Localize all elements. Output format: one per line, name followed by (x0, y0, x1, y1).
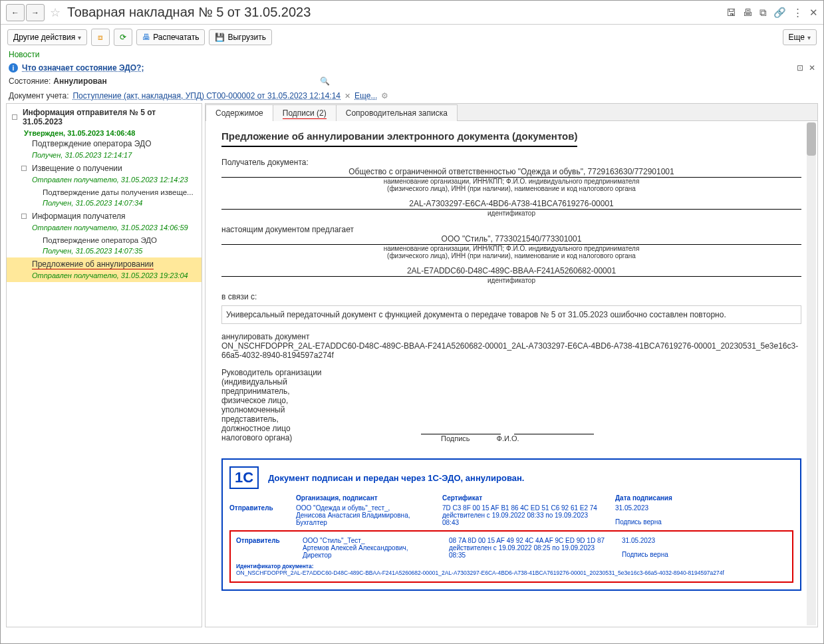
close-panel-icon[interactable]: ✕ (809, 63, 815, 73)
close-icon[interactable]: ✕ (809, 7, 818, 19)
gear-icon[interactable]: ⚙ (381, 91, 388, 100)
fio-caption: Ф.И.О. (497, 434, 519, 442)
stamp-row-date: 31.05.2023 (615, 504, 675, 512)
tree-root-label: Информация отправителя № 5 от 31.05.2023 (23, 108, 196, 126)
signature-caption: Подпись (441, 434, 470, 442)
stamp-col-date: Дата подписания (615, 494, 675, 502)
scrollbar[interactable] (807, 122, 816, 625)
link-icon[interactable]: 🔗 (773, 7, 786, 19)
tree-status: Отправлен получателю, 31.05.2023 14:06:5… (7, 223, 202, 234)
state-line: Состояние: Аннулирован 🔍 (1, 74, 823, 88)
tree-node-confirm-edo-2[interactable]: Подтверждение оператора ЭДО (7, 234, 202, 246)
copy-icon[interactable]: ⧉ (759, 7, 767, 19)
tree-node-recipient-info[interactable]: Информация получателя (7, 210, 202, 223)
stamp-row2-org: ООО "Стиль"_Тест_ Артемов Алексей Алекса… (303, 537, 436, 559)
reason-text: Универсальный передаточный документ с фу… (221, 305, 801, 324)
docline-label: Документ учета: (9, 91, 69, 100)
accounting-doc-link[interactable]: Поступление (акт, накладная, УПД) СТ00-0… (72, 91, 341, 100)
cancel-doc-id: ON_NSCHFDOPPR_2AL-E7ADDC60-D48C-489C-BBA… (221, 341, 801, 360)
tree-icon-button[interactable]: ⧈ (91, 29, 110, 46)
sender-value: ООО "Стиль", 7733021540/773301001 (221, 234, 801, 245)
stamp-row2-date: 31.05.2023 (622, 537, 682, 544)
tree-status: Получен, 31.05.2023 14:07:35 (7, 246, 202, 257)
expand-icon[interactable]: ⊡ (797, 63, 803, 73)
tree-root[interactable]: Информация отправителя № 5 от 31.05.2023 (7, 105, 202, 129)
back-button[interactable]: ← (6, 4, 25, 21)
stamp-row2-valid: Подпись верна (622, 551, 682, 558)
tree-status: Получен, 31.05.2023 12:14:17 (7, 150, 202, 162)
tree-root-status: Утвержден, 31.05.2023 14:06:48 (7, 129, 202, 137)
document-tree: Информация отправителя № 5 от 31.05.2023… (6, 103, 202, 627)
org-note: наименование организации, ИНН/КПП; Ф.И.О… (221, 178, 801, 185)
signature-stamp: 1C Документ подписан и передан через 1С-… (221, 458, 801, 591)
reason-label: в связи с: (221, 292, 801, 301)
state-label: Состояние: (9, 77, 51, 86)
tree-status: Отправлен получателю, 31.05.2023 12:14:2… (7, 175, 202, 186)
doc-tabs: Содержимое Подписи (2) Сопроводительная … (206, 104, 817, 121)
proposes-label: настоящим документом предлагает (221, 225, 801, 234)
search-icon[interactable]: 🔍 (320, 77, 330, 86)
recipient-id: 2AL-A7303297-E6CA-4BD6-A738-41BCA7619276… (221, 199, 801, 210)
logo-1c-icon: 1C (229, 466, 259, 489)
stamp-id: ON_NSCHFDOPPR_2AL-E7ADDC60-D48C-489C-BBA… (236, 569, 787, 576)
stamp-row-role: Отправитель (229, 504, 283, 526)
sender-id: 2AL-E7ADDC60-D48C-489C-BBAA-F241A5260682… (221, 266, 801, 277)
tree-node-cancel-proposal[interactable]: Предложение об аннулировании (7, 257, 202, 271)
menu-icon[interactable]: ⋮ (793, 7, 803, 19)
document-panel: Содержимое Подписи (2) Сопроводительная … (205, 103, 818, 627)
tree-node-date-confirm[interactable]: Подтверждение даты получения извеще... (7, 186, 202, 198)
save-icon[interactable]: 🖫 (726, 7, 736, 19)
tree-status: Отправлен получателю, 31.05.2023 19:23:0… (7, 271, 202, 282)
stamp-title: Документ подписан и передан через 1С-ЭДО… (268, 473, 524, 483)
stamp-id-label: Идентификатор документа: (236, 563, 787, 569)
stamp-row-valid: Подпись верна (615, 518, 675, 526)
cancel-label: аннулировать документ (221, 332, 801, 341)
print-icon[interactable]: 🖶 (743, 7, 753, 19)
tab-content[interactable]: Содержимое (206, 104, 273, 121)
print-button[interactable]: 🖶Распечатать (136, 29, 205, 45)
stamp-row2-role: Отправитель (236, 537, 289, 559)
id-label: идентификатор (221, 210, 801, 217)
state-value: Аннулирован (53, 77, 106, 86)
help-line: i Что означает состояние ЭДО?; ⊡ ✕ (1, 62, 823, 74)
refresh-button[interactable]: ⟳ (114, 29, 132, 46)
titlebar: ← → ☆ Товарная накладная № 5 от 31.05.20… (1, 1, 823, 25)
tab-cover-note[interactable]: Сопроводительная записка (336, 104, 458, 121)
accounting-doc-line: Документ учета: Поступление (акт, наклад… (1, 88, 823, 103)
tree-node-confirm-edo-1[interactable]: Подтверждение оператора ЭДО (7, 137, 202, 150)
tab-signatures[interactable]: Подписи (2) (273, 104, 337, 121)
document-body: Предложение об аннулировании электронног… (206, 121, 817, 627)
news-link[interactable]: Новости (1, 50, 823, 62)
print-label: Распечатать (153, 33, 199, 42)
stamp-col-org: Организация, подписант (296, 494, 429, 502)
favorite-icon[interactable]: ☆ (50, 5, 61, 20)
toolbar: Другие действия ⧈ ⟳ 🖶Распечатать 💾Выгруз… (1, 25, 823, 50)
more-docs-link[interactable]: Еще... (354, 91, 377, 100)
export-label: Выгрузить (227, 33, 266, 42)
stamp-col-cert: Сертификат (442, 494, 602, 502)
export-button[interactable]: 💾Выгрузить (209, 29, 272, 45)
org-note2: (физического лица), ИНН (при наличии), н… (221, 185, 801, 192)
stamp-row2-cert: 08 7A 8D 00 15 AF 49 92 4C 4A AF 9C ED 9… (449, 537, 609, 559)
info-icon: i (9, 63, 18, 73)
tree-node-receipt-notice[interactable]: Извещение о получении (7, 162, 202, 175)
page-title: Товарная накладная № 5 от 31.05.2023 (67, 5, 311, 20)
tree-status: Получен, 31.05.2023 14:07:34 (7, 198, 202, 210)
remove-link-icon[interactable]: ✕ (344, 92, 350, 100)
other-actions-button[interactable]: Другие действия (7, 29, 87, 45)
head-label: Руководитель организации (индивидуальный… (221, 368, 335, 442)
stamp-row-org: ООО "Одежда и обувь"_тест_, Денисова Ана… (296, 504, 429, 526)
stamp-row-cert: 7D C3 8F 00 15 AF B1 86 4C ED 51 C6 92 6… (442, 504, 602, 526)
more-button[interactable]: Еще (783, 29, 817, 45)
recipient-label: Получатель документа: (221, 158, 801, 167)
recipient-value: Общество с ограниченной ответственностью… (221, 167, 801, 178)
doc-title: Предложение об аннулировании электронног… (221, 130, 577, 147)
forward-button[interactable]: → (26, 4, 45, 21)
edo-state-help-link[interactable]: Что означает состояние ЭДО?; (22, 63, 144, 73)
